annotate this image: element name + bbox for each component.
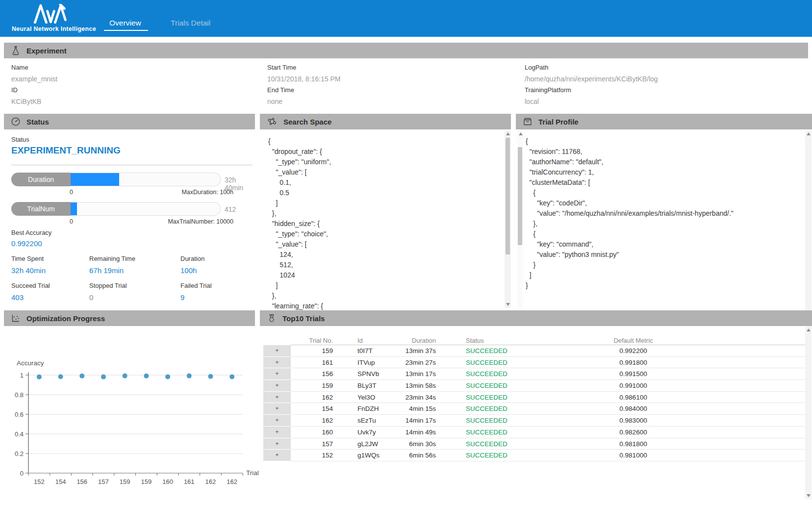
- expand-row-button[interactable]: +: [263, 380, 291, 392]
- trial-no-cell: 159: [291, 345, 340, 357]
- trial-id-cell: SPNVb: [340, 368, 396, 380]
- trial-no-cell: 160: [291, 427, 340, 438]
- x-tick-label: 160: [162, 478, 173, 485]
- scroll-up-arrow[interactable]: [506, 132, 510, 135]
- table-row: +162Yel3O23min 34sSUCCEEDED0.986100: [263, 392, 805, 404]
- scroll-down-arrow[interactable]: [506, 303, 510, 306]
- expand-row-button[interactable]: +: [263, 392, 291, 404]
- x-tick-label: 154: [55, 478, 66, 485]
- brand-text: Neural Network Intelligence: [12, 25, 96, 32]
- stat-label: Remaining Time: [89, 255, 135, 262]
- duration-min-label: 0: [70, 189, 73, 196]
- trialnum-bar-label: TrialNum: [11, 202, 71, 216]
- expand-row-button[interactable]: +: [263, 403, 291, 415]
- default-metric-cell: 0.991800: [536, 357, 731, 369]
- nni-logo-icon: [32, 4, 71, 24]
- y-tick-label: 0.6: [15, 411, 24, 418]
- scatter-chart-icon: [11, 313, 21, 323]
- divider: [11, 165, 253, 165]
- expand-row-button[interactable]: +: [263, 415, 291, 427]
- filler-cell: [731, 415, 805, 427]
- experiment-field-label: TrainingPlatform: [525, 86, 760, 98]
- default-metric-cell: 0.981800: [536, 438, 731, 450]
- x-tick-label: 152: [34, 478, 45, 485]
- expand-row-button[interactable]: +: [263, 450, 291, 461]
- scatter-point[interactable]: [165, 374, 170, 379]
- top10-section-header: Top10 Trials: [260, 310, 812, 326]
- search-space-json[interactable]: { "dropout_rate": { "_type": "uniform", …: [268, 136, 499, 310]
- experiment-field-value: example_mnist: [11, 75, 247, 86]
- trial-profile-section-title: Trial Profile: [538, 118, 579, 126]
- default-metric-cell: 0.986100: [536, 392, 731, 404]
- trial-profile-json[interactable]: { "revision": 11768, "authorName": "defa…: [526, 136, 790, 310]
- x-tick-label: 157: [98, 478, 109, 485]
- trial-id-cell: t0I7T: [340, 345, 396, 357]
- duration-cell: 23min 34s: [396, 392, 438, 404]
- tab-trials-detail[interactable]: Trials Detail: [171, 19, 210, 27]
- filler-cell: [731, 368, 805, 380]
- default-metric-cell: 0.982600: [536, 427, 731, 438]
- tab-overview[interactable]: Overview: [109, 19, 141, 27]
- default-metric-cell: 0.981000: [536, 450, 731, 461]
- trialnum-min-label: 0: [70, 218, 73, 225]
- expand-row-button[interactable]: +: [263, 357, 291, 369]
- scatter-point[interactable]: [229, 374, 234, 379]
- trial-no-cell: 152: [291, 450, 340, 461]
- scrollbar-thumb[interactable]: [518, 147, 522, 245]
- trial-profile-left-scrollbar[interactable]: [517, 130, 523, 308]
- table-row: +156SPNVb13min 17sSUCCEEDED0.991500: [263, 368, 805, 380]
- scatter-point[interactable]: [101, 375, 106, 379]
- duration-bar-label: Duration: [11, 173, 71, 186]
- scrollbar-thumb[interactable]: [506, 138, 510, 254]
- y-axis-title: Accuracy: [17, 359, 44, 367]
- medal-icon: [267, 313, 277, 323]
- scatter-point[interactable]: [37, 375, 42, 379]
- optimization-chart: 00.20.40.60.8115215415615715915916016116…: [0, 326, 260, 495]
- status-cell: SUCCEEDED: [438, 345, 536, 357]
- trial-id-cell: Uvk7y: [340, 427, 396, 438]
- status-cell: SUCCEEDED: [438, 427, 536, 438]
- expand-row-button[interactable]: +: [263, 368, 291, 380]
- optimization-section-header: Optimization Progress: [4, 310, 255, 326]
- experiment-column: Start Time10/31/2018, 8:16:15 PMEnd Time…: [267, 64, 503, 109]
- table-row: +159BLy3T13min 58sSUCCEEDED0.991000: [263, 380, 805, 392]
- scatter-point[interactable]: [58, 374, 63, 379]
- optimization-section-title: Optimization Progress: [26, 314, 105, 323]
- expand-row-button[interactable]: +: [263, 438, 291, 450]
- gauge-icon: [11, 117, 21, 126]
- scatter-point[interactable]: [144, 374, 149, 379]
- experiment-field-label: Name: [11, 64, 247, 75]
- top10-column-header: [731, 326, 805, 345]
- status-section-title: Status: [26, 118, 49, 126]
- scatter-point[interactable]: [187, 374, 192, 379]
- experiment-field-value: 10/31/2018, 8:16:15 PM: [267, 75, 503, 86]
- duration-cell: 4min 15s: [396, 403, 438, 415]
- scroll-up-arrow[interactable]: [519, 132, 523, 135]
- scatter-point[interactable]: [123, 374, 127, 379]
- search-space-scrollbar[interactable]: [505, 130, 511, 308]
- stat-label: Succeed Trial: [11, 282, 50, 289]
- filler-cell: [731, 450, 805, 461]
- scroll-up-arrow[interactable]: [807, 132, 811, 135]
- status-cell: SUCCEEDED: [438, 415, 536, 427]
- filler-cell: [731, 438, 805, 450]
- default-metric-cell: 0.983000: [536, 415, 731, 427]
- scroll-down-arrow[interactable]: [807, 494, 811, 497]
- scroll-up-arrow[interactable]: [807, 328, 811, 331]
- status-section-header: Status: [4, 114, 255, 129]
- expand-row-button[interactable]: +: [263, 427, 291, 438]
- experiment-field-value: /home/quzha/nni/experiments/KCiBytKB/log: [525, 75, 760, 86]
- trial-profile-scrollbar[interactable]: [805, 130, 812, 317]
- top10-column-header: Duration: [396, 326, 438, 345]
- expand-row-button[interactable]: +: [263, 345, 291, 357]
- y-tick-label: 0: [20, 470, 24, 477]
- x-tick-label: 156: [76, 478, 87, 485]
- trialnum-bar-fill: [71, 202, 77, 215]
- duration-bar-scale: 0 MaxDuration: 100h: [11, 189, 233, 196]
- scatter-point[interactable]: [79, 374, 84, 379]
- scatter-point[interactable]: [208, 374, 213, 379]
- status-cell: SUCCEEDED: [438, 403, 536, 415]
- filler-cell: [731, 427, 805, 438]
- duration-bar-fill: [71, 173, 119, 186]
- top10-scrollbar[interactable]: [805, 327, 812, 499]
